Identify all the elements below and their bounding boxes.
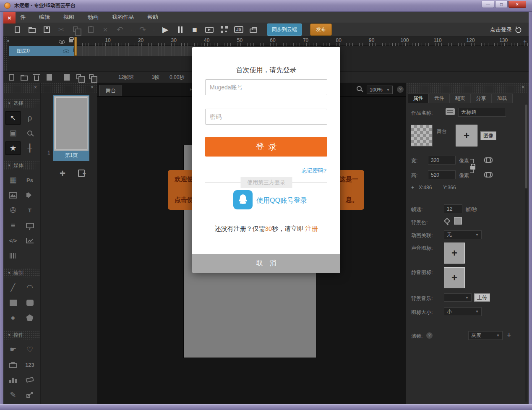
window-close-button[interactable]: × bbox=[509, 1, 526, 8]
clear-keyframe-icon[interactable] bbox=[87, 73, 96, 82]
menu-item-6[interactable]: 帮助 bbox=[147, 13, 158, 21]
tool-rectangle[interactable] bbox=[5, 296, 21, 309]
width-input[interactable]: 320 bbox=[428, 156, 456, 165]
tool-barcode[interactable] bbox=[5, 249, 21, 262]
tool-select-cursor[interactable]: ↖ bbox=[5, 111, 21, 125]
properties-tab-2[interactable]: 元件 bbox=[429, 94, 450, 103]
zoom-search-icon[interactable] bbox=[357, 86, 362, 92]
open-file-icon[interactable] bbox=[27, 25, 37, 34]
project-title-input[interactable]: 无标题 bbox=[458, 108, 506, 117]
canvas-help-icon[interactable]: ? bbox=[397, 86, 404, 93]
new-folder-icon[interactable] bbox=[19, 73, 29, 82]
login-entry[interactable]: 点击登录 bbox=[490, 23, 522, 37]
tool-video[interactable]: ✇ bbox=[5, 204, 21, 217]
layers-lock-icon[interactable] bbox=[69, 37, 73, 44]
properties-header[interactable]: × bbox=[406, 83, 529, 93]
tool-transform[interactable]: ▣ bbox=[5, 126, 21, 140]
undo-dropdown-icon[interactable]: · bbox=[130, 25, 133, 34]
stage-image-button[interactable]: 图像 bbox=[480, 131, 496, 140]
properties-tab-1[interactable]: 属性 bbox=[408, 94, 429, 103]
stop-icon[interactable]: ■ bbox=[190, 25, 199, 34]
stage-color-swatch[interactable] bbox=[411, 125, 433, 146]
qrcode-icon[interactable] bbox=[219, 25, 229, 34]
properties-scrollbar[interactable] bbox=[525, 104, 527, 402]
tool-guides[interactable]: ╂ bbox=[22, 141, 38, 155]
play-icon[interactable]: ▶ bbox=[161, 25, 170, 34]
layers-visibility-icon[interactable] bbox=[59, 39, 65, 45]
timeline-playhead[interactable] bbox=[74, 37, 77, 56]
tool-vote[interactable] bbox=[5, 358, 21, 371]
height-link-icon[interactable] bbox=[484, 171, 493, 177]
delete-icon[interactable]: × bbox=[101, 25, 110, 34]
redo-dropdown-icon[interactable]: · bbox=[153, 25, 155, 34]
device-preview-icon[interactable] bbox=[249, 25, 258, 34]
toolbox-header[interactable]: × bbox=[3, 83, 40, 93]
page-thumbnail[interactable]: 第1页 bbox=[53, 95, 89, 161]
publish-button[interactable]: 发布 bbox=[310, 24, 332, 36]
filter-help-icon[interactable]: ? bbox=[426, 332, 433, 339]
tool-ellipse[interactable]: ● bbox=[5, 311, 21, 324]
pages-close-icon[interactable]: × bbox=[91, 84, 94, 90]
js-export-icon[interactable]: JS bbox=[234, 25, 243, 34]
properties-close-icon[interactable]: × bbox=[522, 84, 524, 90]
undo-icon[interactable]: ↶ bbox=[115, 25, 125, 34]
tool-signature[interactable]: ✎ bbox=[5, 388, 21, 402]
minimize-button[interactable]: — bbox=[482, 1, 494, 8]
tool-curve[interactable]: ◠ bbox=[22, 281, 38, 294]
login-entry-label[interactable]: 点击登录 bbox=[490, 26, 512, 34]
paint-bucket-icon[interactable] bbox=[445, 219, 451, 225]
tool-polygon[interactable] bbox=[22, 311, 38, 324]
section-collapse-icon[interactable]: ▼ bbox=[8, 164, 11, 167]
layer-row[interactable]: 图层0 bbox=[9, 46, 76, 56]
sync-to-cloud-button[interactable]: 同步到云端 bbox=[267, 24, 302, 36]
sound-icon-add-button[interactable]: + bbox=[444, 243, 465, 264]
qq-icon[interactable] bbox=[233, 190, 253, 209]
zoom-dropdown-icon[interactable]: ▼ bbox=[386, 88, 390, 92]
pause-icon[interactable] bbox=[175, 25, 185, 34]
menu-item-3[interactable]: 视图 bbox=[63, 13, 74, 21]
delete-layer-icon[interactable] bbox=[32, 73, 41, 82]
icon-size-select[interactable]: 小 ▼ bbox=[444, 307, 482, 316]
project-folder-icon[interactable] bbox=[446, 108, 455, 116]
redo-icon[interactable]: ↷ bbox=[138, 25, 147, 34]
layer-visibility-icon[interactable] bbox=[63, 49, 69, 55]
section-collapse-icon[interactable]: ▼ bbox=[8, 102, 11, 105]
filter-select[interactable]: 灰度 ▼ bbox=[468, 331, 503, 340]
preview-icon[interactable] bbox=[205, 25, 214, 34]
add-page-button[interactable]: + bbox=[57, 167, 68, 179]
mute-icon-add-button[interactable]: + bbox=[444, 267, 465, 288]
tool-rounded-rectangle[interactable] bbox=[22, 296, 38, 309]
upload-button[interactable]: 上传 bbox=[474, 293, 490, 302]
close-panel-button[interactable]: × bbox=[3, 12, 16, 24]
tool-interaction[interactable]: ☛ bbox=[5, 343, 21, 356]
section-collapse-icon[interactable]: ▼ bbox=[8, 333, 11, 337]
tool-component-library[interactable]: ▦ bbox=[5, 173, 21, 187]
properties-tab-4[interactable]: 分享 bbox=[471, 94, 492, 103]
timeline-close-icon[interactable]: × bbox=[7, 38, 10, 44]
pages-header[interactable]: × bbox=[41, 83, 97, 93]
width-link-icon[interactable] bbox=[484, 157, 493, 162]
section-collapse-icon[interactable]: ▼ bbox=[8, 271, 11, 275]
account-input[interactable] bbox=[205, 79, 327, 95]
height-input[interactable]: 520 bbox=[428, 170, 456, 179]
cut-icon[interactable]: ✂ bbox=[57, 25, 66, 34]
new-file-icon[interactable] bbox=[13, 25, 22, 34]
tool-coupon[interactable] bbox=[22, 373, 38, 386]
register-link[interactable]: 注册 bbox=[305, 225, 318, 232]
zoom-level-select[interactable]: 100% ▼ bbox=[367, 86, 393, 94]
paste-icon[interactable] bbox=[86, 25, 95, 34]
save-icon[interactable] bbox=[42, 25, 51, 34]
anim-link-select[interactable]: 无 ▼ bbox=[444, 230, 482, 239]
password-input[interactable] bbox=[205, 109, 327, 125]
tool-paragraph[interactable]: ≡ bbox=[5, 219, 21, 232]
copy-icon[interactable] bbox=[71, 25, 81, 34]
tool-counter[interactable]: 123 bbox=[22, 358, 38, 371]
tool-zoom-tool[interactable] bbox=[22, 126, 38, 140]
bg-music-select[interactable]: ▼ bbox=[444, 293, 472, 302]
fps-input[interactable]: 12 bbox=[444, 204, 462, 213]
menu-item-4[interactable]: 动画 bbox=[88, 13, 99, 21]
scrollbar-thumb[interactable] bbox=[525, 104, 527, 188]
qq-login-link[interactable]: 使用QQ账号登录 bbox=[256, 196, 307, 205]
blank-frame-icon[interactable] bbox=[44, 73, 54, 82]
stage-background-add-button[interactable]: + bbox=[456, 125, 477, 146]
